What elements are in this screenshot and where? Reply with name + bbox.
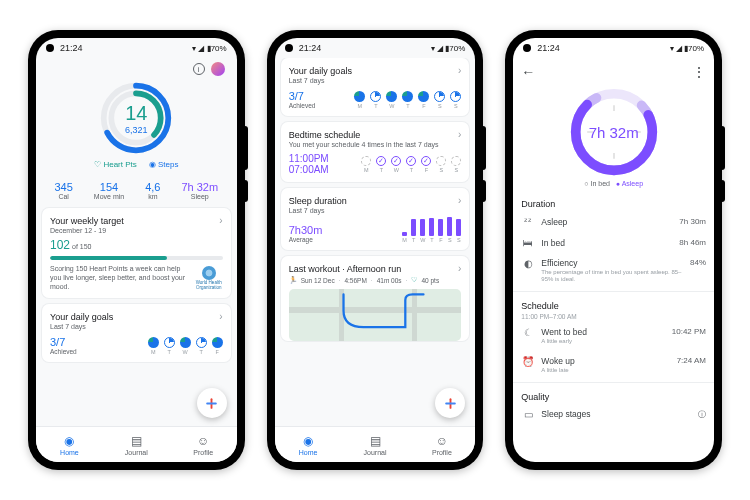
nav-home[interactable]: ◉Home — [36, 427, 103, 462]
phone-2: 21:24 ▾ ◢ ▮ 70% Your daily goals › Last … — [267, 30, 484, 470]
alarm-icon: ⏰ — [521, 356, 535, 367]
front-camera — [285, 44, 293, 52]
journal-icon: ▤ — [131, 434, 142, 448]
workout-meta: 🏃 Sun 12 Dec· 4:56PM· 41m 00s· ♡40 pts — [289, 276, 462, 284]
battery-label: 70% — [211, 44, 227, 53]
activity-ring[interactable]: 14 6,321 ♡ Heart Pts ◉ Steps — [42, 78, 231, 175]
efficiency-icon: ◐ — [521, 258, 535, 269]
goals-achieved-label: Achieved — [50, 348, 77, 355]
bedtime-card[interactable]: Bedtime schedule › You met your schedule… — [281, 122, 470, 182]
bottom-nav: ◉Home ▤Journal ☺Profile — [36, 426, 237, 462]
dial-legend: ○ In bed ● Asleep — [513, 180, 714, 187]
bedtime-start: 11:00PM — [289, 153, 329, 164]
duration-header: Duration — [513, 193, 714, 211]
weekly-of: of 150 — [72, 243, 91, 250]
back-button[interactable]: ← — [521, 64, 535, 80]
sleep-duration-value: 7h30m — [289, 224, 323, 236]
nav-profile[interactable]: ☺Profile — [408, 427, 475, 462]
weekly-range: December 12 - 19 — [50, 227, 223, 234]
daily-goals-title: Your daily goals — [50, 312, 113, 322]
row-efficiency[interactable]: ◐ Efficiency The percentage of time in b… — [513, 253, 714, 288]
signal-wifi-icons: ▾ ◢ ▮ — [192, 44, 210, 53]
daily-goals-card[interactable]: Your daily goals › Last 7 days 3/7 Achie… — [42, 304, 231, 362]
run-icon: 🏃 — [289, 276, 297, 284]
sleep-duration-card[interactable]: Sleep duration › Last 7 days 7h30m Avera… — [281, 188, 470, 250]
status-bar: 21:24 ▾ ◢ ▮ 70% — [36, 38, 237, 58]
chevron-right-icon: › — [219, 311, 222, 322]
status-bar: 21:24 ▾ ◢ ▮ 70% — [275, 38, 476, 58]
bed-icon: 🛏 — [521, 237, 535, 248]
avatar[interactable] — [211, 62, 225, 76]
workout-map[interactable] — [289, 289, 462, 341]
overflow-menu[interactable]: ⋮ — [692, 64, 706, 80]
nav-journal[interactable]: ▤Journal — [103, 427, 170, 462]
stat-sleep[interactable]: 7h 32mSleep — [181, 181, 218, 200]
fab-add[interactable] — [197, 388, 227, 418]
goal-day-dots: M T W T F S S — [354, 91, 461, 109]
row-went-to-bed[interactable]: ☾ Went to bed A little early 10:42 PM — [513, 322, 714, 350]
weekly-progress-bar — [50, 256, 223, 260]
row-sleep-stages[interactable]: ▭ Sleep stages ⓘ — [513, 404, 714, 425]
daily-goals-card[interactable]: Your daily goals › Last 7 days 3/7 Achie… — [281, 58, 470, 116]
stat-distance[interactable]: 4,6km — [145, 181, 160, 200]
sleep-bars: MTWTFSS — [402, 219, 461, 243]
row-woke-up[interactable]: ⏰ Woke up A little late 7:24 AM — [513, 351, 714, 379]
asleep-icon: ᶻᶻ — [521, 216, 535, 227]
phone-1: 21:24 ▾ ◢ ▮ 70% i 14 — [28, 30, 245, 470]
schedule-range: 11:00 PM–7:00 AM — [513, 313, 714, 322]
weekly-target-title: Your weekly target — [50, 216, 124, 226]
weekly-blurb: Scoring 150 Heart Points a week can help… — [50, 265, 189, 291]
steps-value: 6,321 — [125, 125, 148, 135]
chevron-right-icon: › — [458, 129, 461, 140]
nav-profile[interactable]: ☺Profile — [170, 427, 237, 462]
clock: 21:24 — [60, 43, 83, 53]
front-camera — [46, 44, 54, 52]
chevron-right-icon: › — [458, 263, 461, 274]
front-camera — [523, 44, 531, 52]
stat-cal[interactable]: 345Cal — [54, 181, 72, 200]
row-inbed[interactable]: 🛏 In bed 8h 46m — [513, 232, 714, 253]
moon-icon: ☾ — [521, 327, 535, 338]
status-bar: 21:24 ▾ ◢ ▮ 70% — [513, 38, 714, 58]
heart-pts-legend: ♡ Heart Pts — [94, 160, 137, 169]
schedule-header: Schedule — [513, 295, 714, 313]
goals-fraction: 3/7 — [50, 336, 77, 348]
info-icon[interactable]: i — [193, 63, 205, 75]
heart-pts-value: 14 — [125, 102, 147, 125]
bottom-nav: ◉Home ▤Journal ☺Profile — [275, 426, 476, 462]
weekly-target-card[interactable]: Your weekly target › December 12 - 19 10… — [42, 208, 231, 298]
bedtime-ticks: M✓T✓W✓T✓FSS — [361, 156, 461, 173]
sleep-dial-value: 7h 32m — [568, 86, 660, 178]
profile-icon: ☺ — [197, 434, 209, 448]
stat-move[interactable]: 154Move min — [94, 181, 124, 200]
bedtime-end: 07:00AM — [289, 164, 329, 175]
goal-day-dots: M T W T F — [148, 337, 223, 355]
nav-home[interactable]: ◉Home — [275, 427, 342, 462]
nav-journal[interactable]: ▤Journal — [342, 427, 409, 462]
steps-legend: ◉ Steps — [149, 160, 179, 169]
summary-stats: 345Cal 154Move min 4,6km 7h 32mSleep — [42, 175, 231, 208]
stages-icon: ▭ — [521, 409, 535, 420]
phone-3: 21:24 ▾ ◢ ▮ 70% ← ⋮ 7h 32m ○ In bed ● — [505, 30, 722, 470]
chevron-right-icon: › — [219, 215, 222, 226]
daily-goals-sub: Last 7 days — [50, 323, 223, 330]
who-logo: World Health Organization — [195, 266, 223, 290]
row-asleep[interactable]: ᶻᶻ Asleep 7h 30m — [513, 211, 714, 232]
chevron-right-icon: › — [458, 65, 461, 76]
chevron-right-icon: › — [458, 195, 461, 206]
info-icon: ⓘ — [698, 409, 706, 420]
sleep-dial[interactable]: 7h 32m — [568, 86, 660, 178]
last-workout-card[interactable]: Last workout · Afternoon run › 🏃 Sun 12 … — [281, 256, 470, 341]
home-icon: ◉ — [64, 434, 74, 448]
weekly-value: 102 — [50, 238, 70, 252]
quality-header: Quality — [513, 386, 714, 404]
